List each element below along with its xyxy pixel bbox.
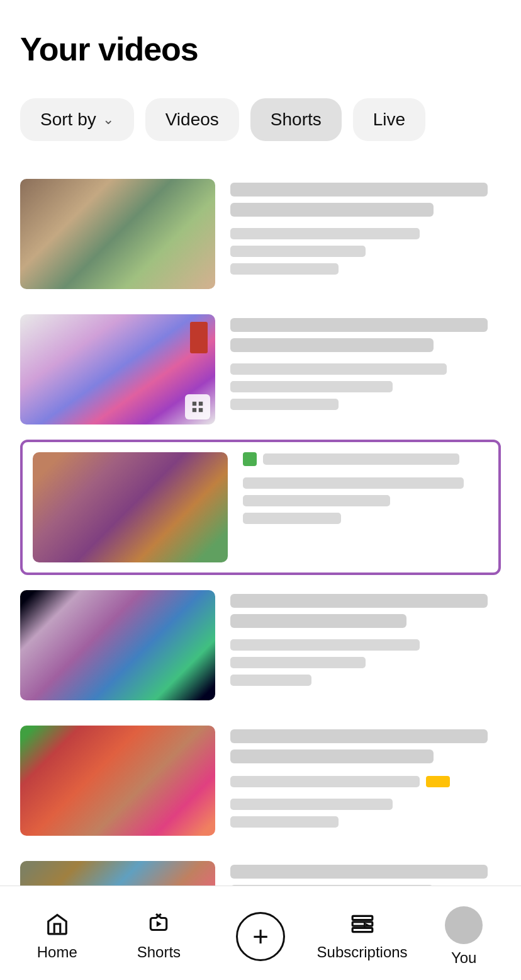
video-info (230, 179, 501, 275)
svg-marker-4 (157, 921, 162, 927)
info-group (230, 183, 501, 217)
info-group (230, 594, 501, 628)
badge-red (190, 322, 208, 353)
info-group-2 (230, 363, 501, 410)
filter-bar: Sort by ⌄ Videos Shorts Live (20, 98, 501, 141)
video-info (230, 726, 501, 828)
list-item (230, 749, 434, 763)
list-item (230, 183, 488, 197)
svg-rect-7 (352, 928, 373, 932)
info-group-2 (230, 639, 501, 686)
sort-by-button[interactable]: Sort by ⌄ (20, 98, 134, 141)
list-item (230, 614, 406, 628)
list-item (230, 816, 339, 828)
video-info (243, 452, 488, 524)
list-item (230, 203, 434, 217)
shorts-icon (147, 912, 171, 938)
you-nav-label: You (451, 949, 477, 967)
page-title: Your videos (20, 30, 501, 68)
list-item (230, 729, 488, 743)
info-group-2 (230, 799, 501, 828)
info-group (230, 318, 501, 352)
sidebar-item-shorts[interactable]: Shorts (108, 906, 210, 961)
list-item (230, 263, 339, 275)
list-item (243, 513, 341, 524)
home-nav-label: Home (37, 943, 77, 961)
avatar (445, 906, 483, 944)
sidebar-item-subscriptions[interactable]: Subscriptions (311, 906, 413, 961)
video-thumbnail[interactable] (20, 726, 215, 836)
videos-filter-label: Videos (165, 110, 219, 130)
info-group-2 (230, 228, 501, 275)
list-item (230, 338, 434, 352)
shorts-filter-label: Shorts (271, 110, 322, 130)
badge-row-2 (230, 776, 501, 787)
sort-by-label: Sort by (40, 110, 96, 130)
video-thumbnail[interactable] (20, 179, 215, 289)
list-item (230, 318, 488, 332)
svg-rect-2 (193, 408, 196, 412)
list-item (230, 246, 366, 257)
chevron-down-icon: ⌄ (103, 111, 114, 128)
table-row[interactable] (20, 713, 501, 848)
list-item (230, 865, 488, 879)
list-item (230, 776, 420, 787)
svg-rect-3 (199, 408, 203, 412)
list-item (230, 381, 393, 392)
video-thumbnail[interactable] (20, 590, 215, 700)
status-badge-yellow (426, 776, 450, 787)
video-info (230, 590, 501, 686)
badge-row (243, 452, 488, 466)
video-info (230, 314, 501, 410)
table-row[interactable] (20, 166, 501, 302)
video-thumbnail[interactable] (20, 314, 215, 424)
list-item (230, 675, 311, 686)
info-group (230, 729, 501, 763)
table-row[interactable] (20, 302, 501, 437)
list-item (230, 228, 420, 239)
videos-filter-button[interactable]: Videos (145, 98, 239, 141)
list-item (243, 477, 464, 489)
table-row[interactable] (20, 440, 501, 575)
sidebar-item-you[interactable]: You (413, 900, 515, 967)
list-item (230, 594, 488, 608)
list-item (230, 799, 393, 810)
svg-rect-5 (352, 916, 373, 920)
svg-rect-0 (193, 402, 196, 406)
live-filter-label: Live (373, 110, 405, 130)
svg-rect-1 (199, 402, 203, 406)
list-item (230, 657, 366, 668)
status-badge (243, 452, 257, 466)
thumb-overlay-icon (185, 394, 210, 419)
list-item (263, 453, 459, 465)
add-button[interactable]: + (210, 906, 311, 961)
list-item (243, 495, 390, 506)
live-filter-button[interactable]: Live (353, 98, 425, 141)
shorts-filter-button[interactable]: Shorts (250, 98, 342, 141)
add-icon[interactable]: + (236, 912, 285, 961)
shorts-nav-label: Shorts (137, 943, 181, 961)
video-list (20, 166, 501, 980)
bottom-nav: Home Shorts + Subscriptions You (0, 886, 521, 980)
svg-rect-6 (352, 921, 373, 925)
svg-marker-8 (364, 923, 367, 926)
list-item (230, 639, 420, 651)
subscriptions-nav-label: Subscriptions (317, 943, 408, 961)
list-item (230, 399, 339, 410)
sidebar-item-home[interactable]: Home (6, 906, 108, 961)
info-group-2 (243, 477, 488, 524)
table-row[interactable] (20, 578, 501, 713)
home-icon (45, 912, 69, 938)
list-item (230, 363, 447, 375)
subscriptions-icon (350, 912, 374, 938)
page-content: Your videos Sort by ⌄ Videos Shorts Live (0, 0, 521, 980)
video-thumbnail[interactable] (33, 452, 228, 562)
